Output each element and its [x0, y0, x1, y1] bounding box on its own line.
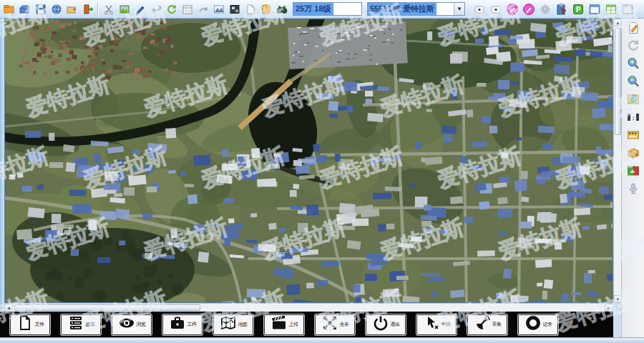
bottom-button-pan[interactable]: 平移 [416, 314, 457, 336]
globe-icon[interactable] [49, 1, 64, 16]
photo-dark-icon[interactable] [227, 1, 242, 16]
save-icon[interactable] [33, 1, 48, 16]
bottom-button-power[interactable]: 退出 [365, 314, 406, 336]
color-image-icon[interactable] [624, 162, 643, 179]
bottom-button-layers[interactable]: 图层 [60, 314, 102, 336]
bottom-button-label: 平移 [441, 321, 451, 328]
parking-green-icon[interactable]: P [570, 1, 585, 16]
vertical-scroll-thumb[interactable] [615, 28, 621, 135]
cut-icon[interactable] [101, 1, 116, 16]
toolbar-separator [96, 1, 100, 16]
satellite-imagery [5, 19, 613, 303]
image-photo-icon[interactable] [624, 91, 643, 108]
flower-icon[interactable] [537, 1, 552, 16]
toolbar-tools-group: P [472, 1, 635, 16]
refresh-icon[interactable] [164, 1, 179, 16]
bottom-toolbar: 文件图层浏览工作地图上传全屏退出平移采集记录 [0, 312, 613, 337]
window-blue-icon[interactable] [587, 1, 602, 16]
satellite-map-viewport[interactable] [4, 19, 613, 303]
edit-pink-icon[interactable] [504, 1, 519, 16]
toolbar-edit-group [101, 1, 289, 16]
coordinate-combo-value: 5553146 爱特拉斯 [368, 3, 436, 15]
bottom-button-label: 记录 [543, 321, 552, 328]
briefcase-icon [169, 314, 186, 334]
refresh-disabled-icon[interactable] [624, 37, 643, 54]
application-window: 25万 18级 5553146 爱特拉斯 ▼ P ▲ ▼ ◀ ▶ : 文件图层浏… [0, 0, 644, 343]
table-green-icon[interactable] [603, 1, 618, 16]
bottom-button-label: 工作 [187, 321, 197, 328]
map-horizontal-scrollbar[interactable]: ◀ ▶ [4, 303, 613, 312]
binoculars-icon[interactable] [274, 1, 289, 16]
map-icon [220, 314, 237, 334]
expand-icon [321, 314, 338, 334]
zoom-out-globe-icon[interactable] [624, 73, 643, 90]
undo-arrow-icon[interactable] [148, 1, 163, 16]
bottom-button-label: 图层 [86, 321, 95, 328]
clipboard-icon[interactable] [554, 1, 569, 16]
spin-dot-icon[interactable] [472, 1, 487, 16]
bottom-button-satellite[interactable]: 采集 [467, 314, 508, 336]
svg-text:P: P [575, 6, 580, 14]
bottom-button-eye[interactable]: 浏览 [111, 314, 152, 336]
bottom-button-clapper[interactable]: 上传 [263, 314, 305, 336]
bottom-button-record[interactable]: 记录 [517, 314, 559, 336]
history-arrow-icon[interactable] [195, 1, 210, 16]
zoom-in-globe-icon[interactable] [624, 55, 643, 72]
scale-combo[interactable]: 25万 18级 [293, 2, 362, 16]
bottom-button-label: 上传 [289, 321, 298, 328]
database-icon[interactable] [258, 1, 273, 16]
bottom-button-briefcase[interactable]: 工作 [162, 314, 203, 336]
spin-dot-icon-2[interactable] [488, 1, 503, 16]
exit-door-icon[interactable] [80, 1, 95, 16]
window-bottom-border [0, 337, 644, 343]
satellite-icon [474, 314, 491, 334]
folder-3d-icon[interactable] [624, 144, 643, 161]
new-folder-icon[interactable] [1, 1, 16, 16]
image-icon[interactable] [117, 1, 132, 16]
folder-send-icon[interactable] [64, 1, 79, 16]
bottom-button-label: 采集 [492, 321, 502, 328]
layers-icon [67, 314, 84, 334]
actual-size-icon[interactable]: : [624, 109, 643, 126]
file-icon [16, 314, 34, 334]
chevron-down-icon[interactable]: ▼ [454, 3, 464, 15]
blank-page-icon[interactable] [243, 1, 258, 16]
calendar-grid-icon[interactable] [180, 1, 195, 16]
svg-text::: : [632, 115, 634, 121]
clapper-icon [270, 314, 288, 334]
window-plain-icon[interactable] [620, 1, 635, 16]
scroll-right-icon[interactable]: ▶ [605, 304, 613, 312]
bottom-button-file[interactable]: 文件 [9, 314, 51, 336]
bottom-button-label: 退出 [391, 321, 400, 328]
bottom-button-expand[interactable]: 全屏 [314, 314, 356, 336]
power-icon [372, 314, 389, 334]
eye-icon [118, 314, 135, 334]
bottom-button-label: 浏览 [137, 321, 146, 328]
coordinate-combo[interactable]: 5553146 爱特拉斯 ▼ [367, 2, 465, 16]
bottom-button-label: 文件 [35, 321, 44, 328]
open-folder-icon[interactable] [17, 1, 32, 16]
film-layers-icon[interactable] [624, 126, 643, 144]
chart-mountain-icon[interactable] [211, 1, 226, 16]
scale-combo-value: 25万 18级 [293, 3, 333, 15]
edit-pink-icon-2[interactable] [521, 1, 536, 16]
top-toolbar: 25万 18级 5553146 爱特拉斯 ▼ P [0, 0, 644, 19]
bottom-button-map[interactable]: 地图 [213, 314, 254, 336]
map-vertical-scrollbar[interactable]: ▲ ▼ [613, 19, 621, 303]
record-icon [525, 314, 542, 334]
pan-icon [423, 314, 440, 334]
bottom-button-label: 地图 [238, 321, 248, 328]
horizontal-scroll-thumb[interactable] [14, 304, 200, 311]
toolbar-file-group [1, 1, 95, 16]
scroll-left-icon[interactable]: ◀ [4, 304, 13, 312]
right-tool-sidebar: : [621, 19, 644, 337]
pen-icon[interactable] [132, 1, 147, 16]
bottom-button-label: 全屏 [340, 321, 349, 328]
edit-document-icon[interactable] [624, 19, 643, 36]
microphone-disabled-icon[interactable] [624, 180, 643, 197]
